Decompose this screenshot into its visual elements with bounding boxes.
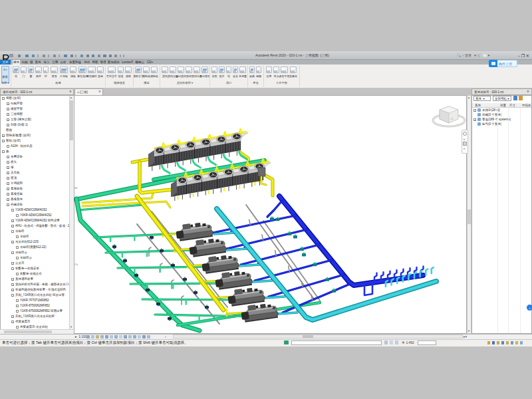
svg-text:⌂: ⌂ [451, 116, 454, 120]
svg-text:Ch: Ch [74, 263, 78, 266]
svg-text:30: 30 [74, 186, 78, 190]
